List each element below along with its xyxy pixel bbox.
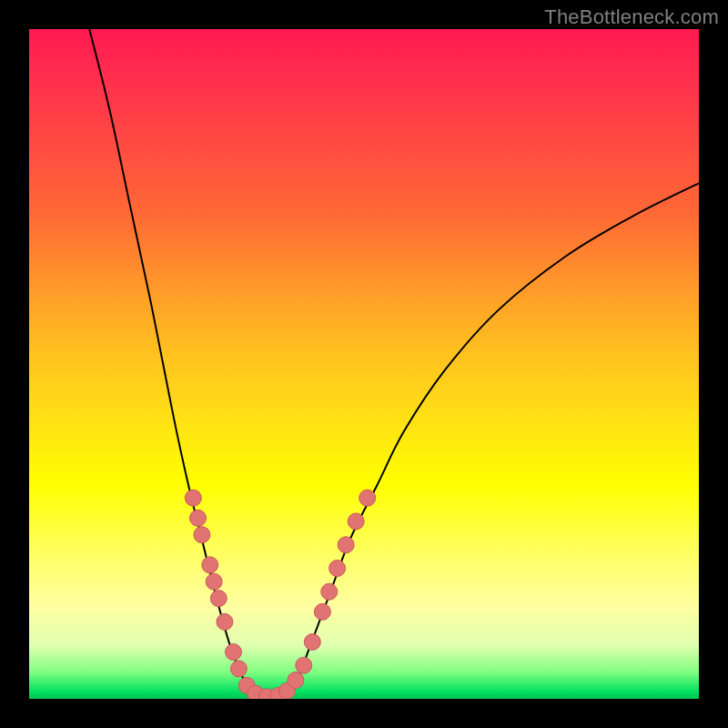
data-marker [348, 513, 364, 530]
marker-group [185, 490, 375, 699]
data-marker [321, 583, 338, 600]
data-marker [217, 613, 233, 630]
data-marker [314, 603, 330, 620]
plot-area [29, 29, 699, 699]
data-marker [194, 527, 210, 543]
data-marker [296, 657, 312, 673]
curve-left-branch [89, 29, 270, 699]
chart-frame: TheBottleneck.com [0, 0, 728, 728]
data-marker [225, 643, 241, 660]
watermark-label: TheBottleneck.com [544, 5, 719, 29]
data-marker [329, 560, 346, 576]
curve-right-branch [270, 183, 699, 699]
data-marker [359, 490, 376, 506]
data-marker [202, 557, 218, 573]
curve-layer [29, 29, 699, 699]
data-marker [288, 672, 304, 688]
data-marker [304, 633, 320, 650]
data-marker [230, 661, 247, 677]
data-marker [189, 510, 206, 526]
data-marker [185, 490, 201, 506]
data-marker [210, 591, 227, 607]
data-marker [206, 573, 222, 590]
data-marker [338, 537, 354, 553]
